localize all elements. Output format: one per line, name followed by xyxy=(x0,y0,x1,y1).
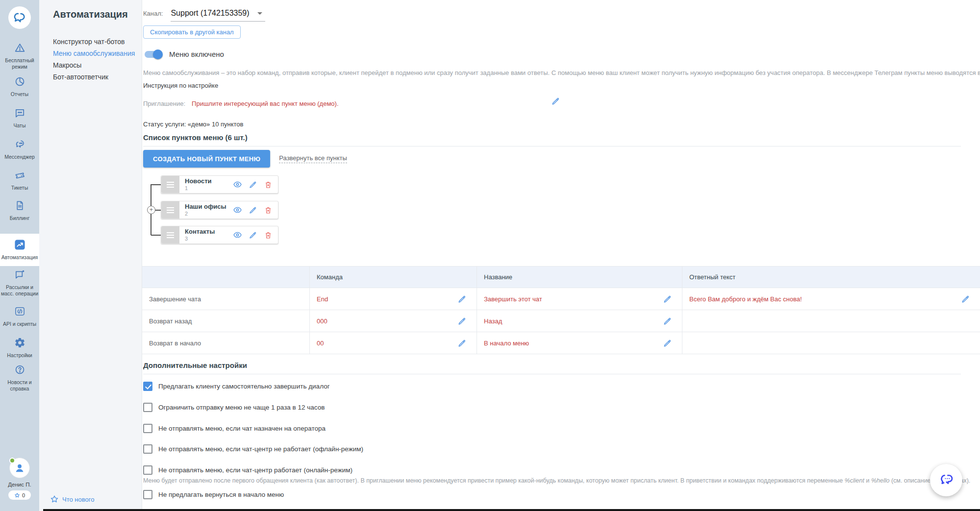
rail-item-broadcasts[interactable]: Рассылки и масс. операции xyxy=(0,269,39,297)
column-header xyxy=(142,267,309,288)
pencil-icon[interactable] xyxy=(457,294,467,304)
tree-line xyxy=(151,235,161,236)
tree-collapse-node[interactable]: + xyxy=(147,206,155,214)
drag-handle-icon[interactable] xyxy=(161,176,179,193)
pencil-icon[interactable] xyxy=(457,339,467,348)
trash-icon[interactable] xyxy=(264,231,273,240)
eye-icon[interactable] xyxy=(233,205,242,215)
main-content: Канал: Support (1742153359) Скопировать … xyxy=(142,0,980,511)
column-header-name: Название xyxy=(477,267,682,288)
pencil-icon[interactable] xyxy=(961,294,970,304)
column-header-response: Ответный текст xyxy=(682,267,980,288)
checkbox-unchecked[interactable] xyxy=(143,424,152,433)
response-value: Всего Вам доброго и ждём Вас снова! xyxy=(689,295,802,303)
note-variable: %hello xyxy=(871,477,890,484)
rail-item-settings[interactable]: Настройки xyxy=(0,337,39,359)
sidebar-item-selfservice-menu[interactable]: Меню самообслуживания xyxy=(53,49,135,57)
eye-icon[interactable] xyxy=(233,180,242,189)
pencil-icon[interactable] xyxy=(663,294,672,304)
sidebar-item-chatbot-constructor[interactable]: Конструктор чат-ботов xyxy=(53,38,125,46)
sidebar-item-autoresponder[interactable]: Бот-автоответчик xyxy=(53,73,108,81)
rail-item-reports[interactable]: Отчеты xyxy=(0,76,39,97)
drag-handle-icon[interactable] xyxy=(161,226,179,243)
app-logo[interactable] xyxy=(8,6,31,29)
whats-new-label: Что нового xyxy=(62,496,94,503)
expand-all-link[interactable]: Развернуть все пункты xyxy=(279,154,347,163)
invitation-row: Приглашение: Пришлите интересующий вас п… xyxy=(143,100,339,107)
checkbox-checked[interactable] xyxy=(143,382,152,391)
sidebar-title: Автоматизация xyxy=(53,9,128,20)
checkbox-unchecked[interactable] xyxy=(143,403,152,412)
table-row: Возврат назад 000 Назад xyxy=(142,310,980,332)
user-avatar[interactable] xyxy=(9,458,30,478)
selfservice-description: Меню самообслуживания – это набор команд… xyxy=(143,69,980,76)
pencil-icon[interactable] xyxy=(457,316,467,326)
checkbox-label: Не отправлять меню, если чат-центр работ… xyxy=(158,466,352,474)
name-value: Назад xyxy=(484,317,502,325)
warning-triangle-icon xyxy=(14,42,25,55)
copy-to-channel-button[interactable]: Скопировать в другой канал xyxy=(143,25,241,39)
rail-item-messenger[interactable]: Мессенджер xyxy=(0,139,39,160)
pencil-icon[interactable] xyxy=(249,206,257,215)
pencil-icon[interactable] xyxy=(249,180,257,189)
person-icon xyxy=(13,462,26,474)
chat-bubble-icon xyxy=(14,107,25,121)
checkbox-row-assigned-operator: Не отправлять меню, если чат назначен на… xyxy=(143,424,326,433)
toggle-knob xyxy=(153,49,163,59)
checkbox-unchecked[interactable] xyxy=(143,444,152,454)
channel-select-value: Support (1742153359) xyxy=(171,9,249,17)
checkbox-label: Предлагать клиенту самостоятельно заверш… xyxy=(158,383,330,390)
pencil-icon[interactable] xyxy=(249,231,257,240)
row-label: Возврат в начало xyxy=(142,332,309,354)
tree-line xyxy=(151,184,161,185)
rail-item-api[interactable]: API и скрипты xyxy=(0,306,39,327)
note-text: и xyxy=(864,477,871,484)
menu-item-title: Наши офисы xyxy=(185,203,233,211)
broadcast-chat-icon xyxy=(14,269,25,282)
trash-icon[interactable] xyxy=(264,206,273,215)
rail-item-tickets[interactable]: Тикеты xyxy=(0,170,39,191)
setup-instruction-link[interactable]: Инструкция по настройке xyxy=(143,82,218,89)
create-menu-item-button[interactable]: СОЗДАТЬ НОВЫЙ ПУНКТ МЕНЮ xyxy=(143,150,270,168)
row-label: Завершение чата xyxy=(142,288,309,310)
rail-item-label: Бесплатный режим xyxy=(0,57,39,70)
note-variable: %client xyxy=(845,477,864,484)
pencil-icon[interactable] xyxy=(663,339,672,348)
rail-item-label: Рассылки и масс. операции xyxy=(0,284,39,297)
eye-icon[interactable] xyxy=(233,230,242,240)
name-value: Завершить этот чат xyxy=(484,295,542,303)
rail-item-automation[interactable]: Автоматизация xyxy=(0,234,39,266)
whats-new-link[interactable]: Что нового xyxy=(50,495,94,504)
rail-item-chats[interactable]: Чаты xyxy=(0,107,39,129)
rail-item-label: Новости и справка xyxy=(2,379,37,392)
support-chat-fab[interactable] xyxy=(930,464,962,496)
rail-item-free-mode[interactable]: Бесплатный режим xyxy=(0,42,39,70)
command-value: End xyxy=(317,295,328,303)
menu-item-body: Контакты 3 xyxy=(179,228,233,242)
automation-arrow-icon xyxy=(14,239,25,252)
checkbox-label: Не предлагать вернуться в начало меню xyxy=(158,491,284,498)
user-rating-badge: 0 xyxy=(8,490,31,500)
rail-item-label: Биллинг xyxy=(10,215,30,221)
channel-select[interactable]: Support (1742153359) xyxy=(171,8,265,22)
menu-toggle-row: Меню включено xyxy=(143,50,224,58)
invitation-edit-pencil-icon[interactable] xyxy=(551,97,560,106)
star-icon xyxy=(14,492,20,498)
channel-row: Канал: Support (1742153359) xyxy=(143,8,265,22)
checkbox-unchecked[interactable] xyxy=(143,465,152,475)
menu-enabled-toggle[interactable] xyxy=(145,51,161,58)
checkbox-unchecked[interactable] xyxy=(143,490,152,499)
user-name: Денис П. xyxy=(8,482,31,487)
table-row: Завершение чата End Завершить этот чат В… xyxy=(142,288,980,310)
pencil-icon[interactable] xyxy=(663,316,672,326)
command-value: 000 xyxy=(317,317,327,325)
rail-item-billing[interactable]: Биллинг xyxy=(0,200,39,221)
service-status-text: Статус услуги: «демо» 10 пунктов xyxy=(143,121,244,128)
trash-icon[interactable] xyxy=(264,180,273,189)
logo-chat-icon xyxy=(12,10,27,25)
sidebar-item-macros[interactable]: Макросы xyxy=(53,61,81,69)
rail-item-label: Отчеты xyxy=(11,91,28,97)
drag-handle-icon[interactable] xyxy=(161,201,179,219)
checkbox-row-no-return-to-start: Не предлагать вернуться в начало меню xyxy=(143,490,284,499)
rail-item-news-help[interactable]: Новости и справка xyxy=(0,364,39,392)
